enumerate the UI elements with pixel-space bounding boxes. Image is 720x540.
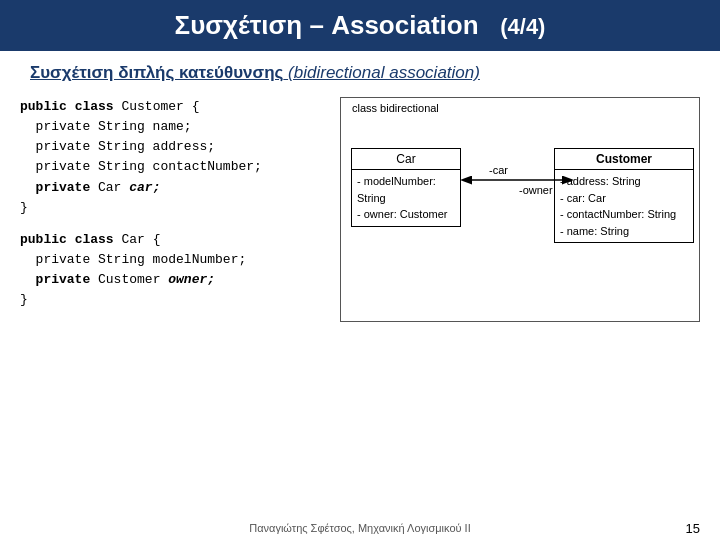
code-line: private String address; bbox=[20, 137, 330, 157]
footer-author: Παναγιώτης Σφέτσος, Μηχανική Λογισμικού … bbox=[249, 522, 470, 534]
code-block-2: public class Car { private String modelN… bbox=[20, 230, 330, 311]
uml-diagram: class bidirectional Car - modelNumber: S… bbox=[340, 97, 700, 322]
svg-text:-car: -car bbox=[489, 164, 508, 176]
slide-footer: Παναγιώτης Σφέτσος, Μηχανική Λογισμικού … bbox=[0, 522, 720, 534]
code-line: private String name; bbox=[20, 117, 330, 137]
code-line: } bbox=[20, 198, 330, 218]
code-line: private String modelNumber; bbox=[20, 250, 330, 270]
subtitle-text-italic: (bidirectional association) bbox=[288, 63, 480, 82]
code-block-1: public class Customer { private String n… bbox=[20, 97, 330, 218]
code-line: } bbox=[20, 290, 330, 310]
uml-customer-body: - address: String - car: Car - contactNu… bbox=[555, 170, 693, 242]
uml-customer-box: Customer - address: String - car: Car - … bbox=[554, 148, 694, 243]
header-title: Συσχέτιση – Association bbox=[175, 10, 479, 40]
code-line: public class Customer { bbox=[20, 97, 330, 117]
uml-customer-attr-3: - contactNumber: String bbox=[560, 206, 688, 223]
svg-text:-owner: -owner bbox=[519, 184, 553, 196]
uml-car-attr-1: - modelNumber: String bbox=[357, 173, 455, 206]
uml-customer-title: Customer bbox=[555, 149, 693, 170]
footer-page: 15 bbox=[686, 521, 700, 536]
uml-car-attr-2: - owner: Customer bbox=[357, 206, 455, 223]
code-line: private String contactNumber; bbox=[20, 157, 330, 177]
code-line: public class Car { bbox=[20, 230, 330, 250]
uml-car-box: Car - modelNumber: String - owner: Custo… bbox=[351, 148, 461, 227]
slide-header: Συσχέτιση – Association (4/4) bbox=[0, 0, 720, 51]
uml-car-body: - modelNumber: String - owner: Customer bbox=[352, 170, 460, 226]
subtitle-text-normal: Συσχέτιση διπλής κατεύθυνσης bbox=[30, 63, 283, 82]
uml-customer-attr-2: - car: Car bbox=[560, 190, 688, 207]
uml-car-title: Car bbox=[352, 149, 460, 170]
code-section: public class Customer { private String n… bbox=[20, 97, 330, 322]
uml-customer-attr-1: - address: String bbox=[560, 173, 688, 190]
diagram-class-label: class bidirectional bbox=[349, 102, 442, 114]
code-line: private Car car; bbox=[20, 178, 330, 198]
code-line: private Customer owner; bbox=[20, 270, 330, 290]
subtitle: Συσχέτιση διπλής κατεύθυνσης (bidirectio… bbox=[0, 51, 720, 91]
main-content: public class Customer { private String n… bbox=[0, 91, 720, 322]
header-slide-info: (4/4) bbox=[500, 14, 545, 39]
uml-customer-attr-4: - name: String bbox=[560, 223, 688, 240]
